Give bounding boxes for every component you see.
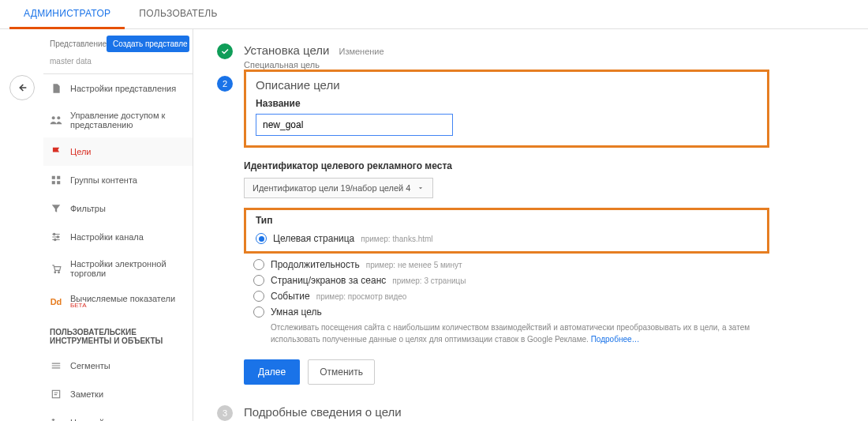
radio-label: Продолжительность bbox=[271, 259, 360, 270]
nav-segments[interactable]: Сегменты bbox=[43, 351, 193, 380]
sidebar-header-label: Представление bbox=[50, 39, 107, 48]
radio-label: Целевая страница bbox=[273, 233, 354, 244]
next-button[interactable]: Далее bbox=[244, 359, 300, 385]
svg-point-0 bbox=[52, 116, 55, 119]
radio-label: Умная цель bbox=[271, 306, 322, 318]
tab-admin[interactable]: АДМИНИСТРАТОР bbox=[9, 0, 125, 29]
nav-access[interactable]: Управление доступом к представлению bbox=[43, 103, 193, 137]
name-label: Название bbox=[256, 98, 758, 109]
nav-ecommerce[interactable]: Настройки электронной торговли bbox=[43, 251, 193, 286]
sliders-icon bbox=[50, 231, 62, 243]
step1-title: Установка цели bbox=[244, 43, 329, 57]
radio-hint: пример: thanks.html bbox=[361, 235, 432, 243]
smart-learn-more-link[interactable]: Подробнее… bbox=[591, 335, 640, 344]
radio-hint: пример: просмотр видео bbox=[316, 292, 407, 301]
step3-number: 3 bbox=[217, 405, 233, 421]
svg-point-8 bbox=[54, 239, 56, 240]
step-2: 2 Описание цели Название Идентификатор ц… bbox=[217, 76, 769, 399]
nav-calc-metrics[interactable]: Dd Вычисляемые показатели БЕТА bbox=[43, 286, 193, 317]
svg-point-9 bbox=[54, 272, 56, 273]
radio-event[interactable]: Событие пример: просмотр видео bbox=[244, 288, 769, 304]
radio-smart[interactable]: Умная цель bbox=[244, 304, 769, 320]
nav-label: Заметки bbox=[70, 389, 103, 399]
radio-label: Событие bbox=[271, 291, 310, 302]
arrow-left-icon bbox=[16, 81, 28, 94]
radio-icon bbox=[253, 275, 264, 286]
people-icon bbox=[50, 114, 62, 126]
nav-goals[interactable]: Цели bbox=[43, 137, 193, 166]
radio-hint: пример: 3 страницы bbox=[392, 276, 466, 285]
svg-point-1 bbox=[57, 116, 60, 119]
svg-point-6 bbox=[54, 233, 55, 235]
slot-id-label: Идентификатор целевого рекламного места bbox=[244, 160, 769, 171]
svg-point-7 bbox=[57, 236, 58, 238]
nav-label: Фильтры bbox=[70, 204, 106, 213]
radio-label: Страниц/экранов за сеанс bbox=[271, 275, 386, 286]
nav-label: Настройки представления bbox=[70, 84, 176, 93]
type-label: Тип bbox=[256, 215, 758, 226]
branch-icon bbox=[50, 416, 62, 421]
nav-content-groups[interactable]: Группы контента bbox=[43, 166, 193, 194]
highlight-name-box: Описание цели Название bbox=[244, 70, 769, 148]
nav-notes[interactable]: Заметки bbox=[43, 380, 193, 408]
step2-title: Описание цели bbox=[256, 78, 340, 92]
nav-label: Вычисляемые показатели БЕТА bbox=[70, 294, 175, 309]
back-button[interactable] bbox=[9, 75, 35, 100]
cart-icon bbox=[50, 262, 62, 275]
highlight-type-box: Тип Целевая страница пример: thanks.html bbox=[244, 208, 769, 254]
nav-view-settings[interactable]: Настройки представления bbox=[43, 74, 193, 103]
step1-caption: Специальная цель bbox=[244, 60, 769, 70]
funnel-icon bbox=[50, 202, 62, 215]
flag-icon bbox=[50, 145, 62, 158]
svg-rect-3 bbox=[57, 176, 60, 179]
check-icon bbox=[217, 43, 233, 59]
nav-label: Настройки канала bbox=[70, 232, 144, 242]
top-tabs: АДМИНИСТРАТОР ПОЛЬЗОВАТЕЛЬ bbox=[0, 0, 868, 29]
segments-icon bbox=[50, 359, 62, 372]
chevron-down-icon bbox=[417, 184, 425, 192]
radio-icon bbox=[253, 259, 264, 270]
nav-label: Сегменты bbox=[70, 361, 110, 370]
svg-rect-5 bbox=[57, 181, 60, 184]
radio-icon bbox=[253, 291, 264, 302]
slot-id-dropdown[interactable]: Идентификатор цели 19/набор целей 4 bbox=[244, 178, 433, 198]
radio-destination[interactable]: Целевая страница пример: thanks.html bbox=[256, 231, 758, 246]
radio-icon bbox=[256, 233, 267, 244]
radio-icon bbox=[253, 306, 264, 318]
content: Установка цели Изменение Специальная цел… bbox=[193, 29, 793, 421]
sidebar-subtitle: master data bbox=[43, 57, 193, 74]
create-view-button[interactable]: Создать представле bbox=[107, 36, 189, 52]
svg-rect-2 bbox=[52, 176, 55, 179]
nav-label: Управление доступом к представлению bbox=[70, 111, 186, 130]
boxes-icon bbox=[50, 174, 62, 186]
nav-label: Цели bbox=[70, 147, 91, 156]
nav-label: Настройки многоканальных bbox=[70, 418, 182, 421]
nav-multichannel[interactable]: Настройки многоканальных bbox=[43, 408, 193, 421]
nav-filters[interactable]: Фильтры bbox=[43, 194, 193, 223]
tab-user[interactable]: ПОЛЬЗОВАТЕЛЬ bbox=[125, 0, 231, 28]
svg-rect-4 bbox=[52, 181, 55, 184]
radio-pages[interactable]: Страниц/экранов за сеанс пример: 3 стран… bbox=[244, 273, 769, 288]
step2-number: 2 bbox=[217, 76, 233, 92]
cancel-step-button[interactable]: Отменить bbox=[308, 359, 375, 385]
radio-hint: пример: не менее 5 минут bbox=[366, 261, 462, 269]
radio-duration[interactable]: Продолжительность пример: не менее 5 мин… bbox=[244, 257, 769, 273]
nav-label: Настройки электронной торговли bbox=[70, 259, 186, 278]
nav-label: Группы контента bbox=[70, 175, 137, 185]
step-3: 3 Подробные сведения о цели bbox=[217, 405, 769, 421]
step3-title: Подробные сведения о цели bbox=[244, 405, 402, 419]
note-icon bbox=[50, 388, 62, 400]
step-1: Установка цели Изменение Специальная цел… bbox=[217, 43, 769, 70]
nav-channel-settings[interactable]: Настройки канала bbox=[43, 223, 193, 251]
goal-name-input[interactable] bbox=[256, 114, 453, 136]
file-icon bbox=[50, 82, 62, 95]
svg-point-10 bbox=[58, 272, 60, 273]
sidebar: Представление Создать представле master … bbox=[43, 29, 193, 421]
dropdown-value: Идентификатор цели 19/набор целей 4 bbox=[253, 183, 410, 193]
sidebar-section-header: ПОЛЬЗОВАТЕЛЬСКИЕ ИНСТРУМЕНТЫ И ОБЪЕКТЫ bbox=[43, 317, 193, 351]
smart-goal-help: Отслеживать посещения сайта с наибольшим… bbox=[244, 321, 769, 345]
dd-icon: Dd bbox=[50, 295, 62, 308]
step1-edit-link[interactable]: Изменение bbox=[339, 47, 383, 56]
